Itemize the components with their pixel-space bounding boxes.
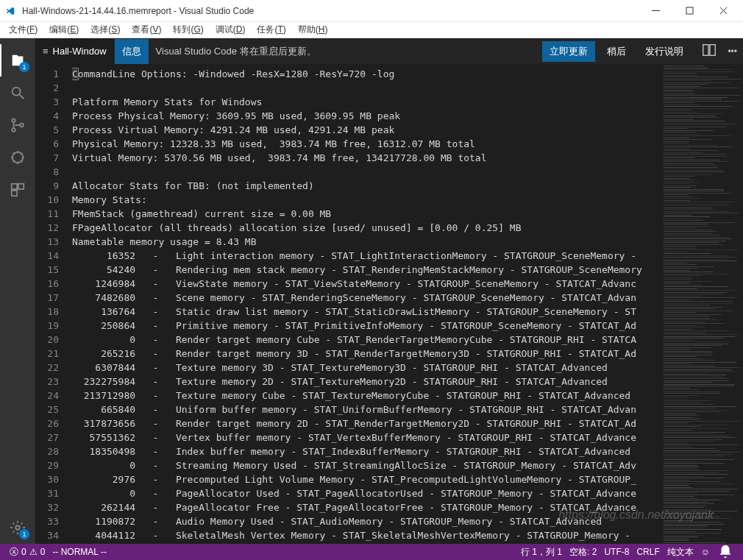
settings-gear-icon[interactable]: 1 — [0, 511, 35, 544]
tab-filename: Hall-Window — [53, 46, 107, 57]
code-line[interactable]: Nametable memory usage = 8.43 MB — [72, 235, 662, 249]
svg-rect-11 — [703, 45, 708, 56]
cursor-position[interactable]: 行 1，列 1 — [517, 546, 566, 559]
line-number: 19 — [35, 319, 72, 333]
line-number: 2 — [35, 81, 72, 95]
menu-item-s[interactable]: 选择(S) — [85, 22, 126, 38]
more-actions-icon[interactable]: ••• — [728, 46, 737, 57]
menu-item-d[interactable]: 调试(D) — [210, 22, 252, 38]
window-minimize-button[interactable] — [639, 0, 672, 22]
code-line[interactable]: 18350498 - Index buffer memory - STAT_In… — [72, 444, 662, 458]
code-line[interactable]: 265216 - Render target memory 3D - STAT_… — [72, 347, 662, 361]
indent-setting[interactable]: 空格: 2 — [566, 546, 600, 559]
code-line[interactable]: 0 - Streaming Memory Used - STAT_Streami… — [72, 458, 662, 472]
status-errors[interactable]: ⓧ0 ⚠0 — [6, 546, 49, 559]
code-line[interactable]: FMemStack (gamethread) current size = 0.… — [72, 207, 662, 221]
svg-rect-12 — [710, 45, 715, 56]
status-bar: ⓧ0 ⚠0 -- NORMAL -- 行 1，列 1 空格: 2 UTF-8 C… — [0, 544, 743, 560]
window-titlebar: Hall-Windows-21-14.44.16.memreport - Vis… — [0, 0, 743, 22]
code-line[interactable]: CommandLine Options: -Windowed -ResX=128… — [72, 67, 662, 81]
feedback-icon[interactable]: ☺ — [697, 547, 714, 557]
menu-item-e[interactable]: 编辑(E) — [43, 22, 85, 38]
menu-item-v[interactable]: 查看(V) — [126, 22, 167, 38]
notifications-bell-icon[interactable] — [714, 544, 737, 560]
explorer-activity-icon[interactable]: 1 — [0, 44, 35, 77]
line-number: 15 — [35, 263, 72, 277]
code-content[interactable]: CommandLine Options: -Windowed -ResX=128… — [72, 64, 662, 544]
svg-rect-8 — [18, 184, 24, 189]
code-line[interactable]: 57551362 - Vertex buffer memory - STAT_V… — [72, 430, 662, 444]
eol[interactable]: CRLF — [633, 547, 663, 557]
code-line[interactable]: 213712980 - Texture memory Cube - STAT_T… — [72, 389, 662, 403]
code-line[interactable]: 0 - PageAllocator Used - STAT_PageAlloca… — [72, 486, 662, 500]
line-number: 4 — [35, 109, 72, 123]
line-number: 31 — [35, 486, 72, 500]
split-editor-icon[interactable] — [701, 42, 717, 60]
code-line[interactable]: Virtual Memory: 5370.56 MB used, 3983.74… — [72, 151, 662, 165]
line-number: 3 — [35, 95, 72, 109]
code-line[interactable]: 232275984 - Texture memory 2D - STAT_Tex… — [72, 375, 662, 389]
code-line[interactable] — [72, 81, 662, 95]
update-now-button[interactable]: 立即更新 — [542, 41, 595, 62]
later-button[interactable]: 稍后 — [600, 41, 633, 62]
code-line[interactable]: 136764 - Static draw list memory - STAT_… — [72, 305, 662, 319]
svg-rect-9 — [12, 191, 17, 196]
svg-rect-1 — [686, 7, 693, 14]
menu-item-f[interactable]: 文件(F) — [3, 22, 43, 38]
line-number: 24 — [35, 389, 72, 403]
window-maximize-button[interactable] — [672, 0, 706, 22]
code-line[interactable]: 16352 - Light interaction memory - STAT_… — [72, 249, 662, 263]
code-line[interactable] — [72, 165, 662, 179]
svg-rect-7 — [12, 184, 17, 189]
svg-point-10 — [15, 525, 20, 530]
explorer-badge: 1 — [19, 62, 29, 72]
svg-point-3 — [12, 118, 15, 122]
minimap[interactable] — [662, 64, 743, 544]
editor-tab[interactable]: ≡ Hall-Window — [35, 38, 115, 64]
code-line[interactable]: 2976 - Precomputed Light Volume Memory -… — [72, 472, 662, 486]
encoding[interactable]: UTF-8 — [600, 547, 633, 557]
editor-body[interactable]: 1234567891011121314151617181920212223242… — [35, 64, 743, 544]
code-line[interactable]: Memory Stats: — [72, 193, 662, 207]
language-mode[interactable]: 纯文本 — [664, 546, 697, 559]
update-notification: 信息 Visual Studio Code 将在重启后更新。 立即更新 稍后 发… — [115, 38, 696, 64]
extensions-activity-icon[interactable] — [0, 174, 35, 206]
code-line[interactable]: Platform Memory Stats for Windows — [72, 95, 662, 109]
line-number: 23 — [35, 375, 72, 389]
debug-activity-icon[interactable] — [0, 141, 35, 174]
line-number: 12 — [35, 221, 72, 235]
info-badge: 信息 — [115, 39, 149, 64]
code-line[interactable]: 317873656 - Render target memory 2D - ST… — [72, 417, 662, 430]
svg-point-2 — [13, 88, 21, 96]
code-line[interactable]: 54240 - Rendering mem stack memory - STA… — [72, 263, 662, 277]
code-line[interactable]: 4044112 - SkeletalMesh Vertex Memory - S… — [72, 528, 662, 542]
editor-tab-bar: ≡ Hall-Window 信息 Visual Studio Code 将在重启… — [35, 38, 743, 64]
line-number: 6 — [35, 137, 72, 151]
line-number: 34 — [35, 528, 72, 542]
menu-item-g[interactable]: 转到(G) — [167, 22, 209, 38]
code-line[interactable]: 665840 - Uniform buffer memory - STAT_Un… — [72, 403, 662, 417]
window-close-button[interactable] — [706, 0, 740, 22]
source-control-activity-icon[interactable] — [0, 109, 35, 141]
release-notes-button[interactable]: 发行说明 — [638, 41, 691, 62]
code-line[interactable]: 0 - Render target memory Cube - STAT_Ren… — [72, 333, 662, 347]
file-icon: ≡ — [43, 46, 49, 57]
line-number-gutter: 1234567891011121314151617181920212223242… — [35, 64, 72, 544]
code-line[interactable]: Process Virtual Memory: 4291.24 MB used,… — [72, 123, 662, 137]
menu-item-h[interactable]: 帮助(H) — [292, 22, 334, 38]
search-activity-icon[interactable] — [0, 77, 35, 109]
error-icon: ⓧ — [10, 546, 18, 559]
svg-point-5 — [20, 124, 24, 127]
line-number: 1 — [35, 67, 72, 81]
code-line[interactable]: 7482680 - Scene memory - STAT_RenderingS… — [72, 291, 662, 305]
vim-mode: -- NORMAL -- — [49, 547, 110, 557]
watermark-text: https://blog.csdn.net/xoyojank — [558, 508, 714, 522]
code-line[interactable]: FPageAllocator (all threads) allocation … — [72, 221, 662, 235]
code-line[interactable]: 250864 - Primitive memory - STAT_Primiti… — [72, 319, 662, 333]
code-line[interactable]: 6307844 - Texture memory 3D - STAT_Textu… — [72, 361, 662, 375]
code-line[interactable]: 1246984 - ViewState memory - STAT_ViewSt… — [72, 277, 662, 291]
code-line[interactable]: Process Physical Memory: 3609.95 MB used… — [72, 109, 662, 123]
code-line[interactable]: Allocator Stats for TBB: (not implemente… — [72, 179, 662, 193]
menu-item-t[interactable]: 任务(T) — [251, 22, 291, 38]
code-line[interactable]: Physical Memory: 12328.33 MB used, 3983.… — [72, 137, 662, 151]
